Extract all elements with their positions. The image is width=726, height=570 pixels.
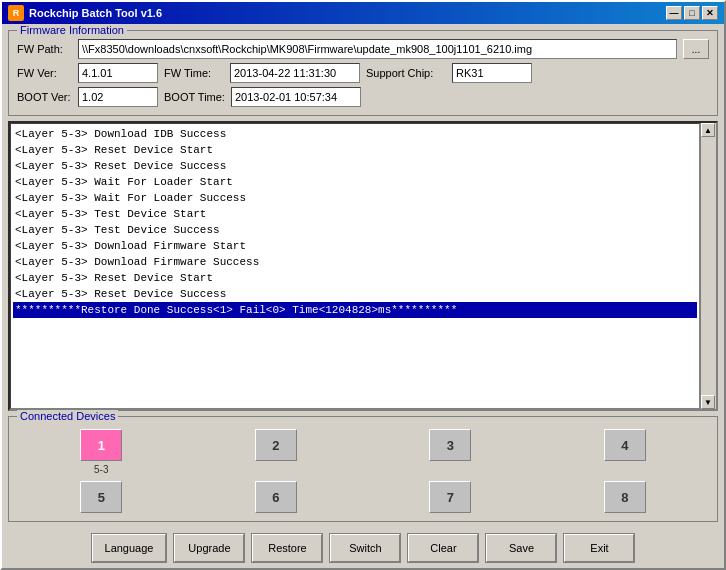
clear-button[interactable]: Clear — [408, 534, 478, 562]
boot-time-label: BOOT Time: — [164, 91, 225, 103]
log-area[interactable]: <Layer 5-3> Download IDB Success<Layer 5… — [10, 123, 700, 409]
device-button-6[interactable]: 6 — [255, 481, 297, 513]
bottom-bar: Language Upgrade Restore Switch Clear Sa… — [2, 528, 724, 568]
device-button-1[interactable]: 1 — [80, 429, 122, 461]
log-line: <Layer 5-3> Test Device Start — [13, 206, 697, 222]
fw-time-label: FW Time: — [164, 67, 224, 79]
device-cell-5: 5 — [17, 481, 186, 513]
fw-ver-input[interactable] — [78, 63, 158, 83]
fw-ver-label: FW Ver: — [17, 67, 72, 79]
minimize-button[interactable]: — — [666, 6, 682, 20]
device-button-5[interactable]: 5 — [80, 481, 122, 513]
close-button[interactable]: ✕ — [702, 6, 718, 20]
restore-button[interactable]: Restore — [252, 534, 322, 562]
connected-devices-group: Connected Devices 15-32345678 — [8, 416, 718, 522]
title-buttons: — □ ✕ — [666, 6, 718, 20]
device-button-8[interactable]: 8 — [604, 481, 646, 513]
log-line: <Layer 5-3> Test Device Success — [13, 222, 697, 238]
log-line: <Layer 5-3> Reset Device Start — [13, 142, 697, 158]
connected-devices-label: Connected Devices — [17, 410, 118, 422]
boot-time-input[interactable] — [231, 87, 361, 107]
boot-ver-input[interactable] — [78, 87, 158, 107]
fw-path-row: FW Path: ... — [17, 39, 709, 59]
firmware-grid: FW Path: ... FW Ver: FW Time: Support Ch… — [17, 39, 709, 107]
device-cell-7: 7 — [366, 481, 535, 513]
device-button-2[interactable]: 2 — [255, 429, 297, 461]
main-content: Firmware Information FW Path: ... FW Ver… — [2, 24, 724, 528]
support-chip-input[interactable] — [452, 63, 532, 83]
fw-details-row: FW Ver: FW Time: Support Chip: — [17, 63, 709, 83]
device-cell-4: 4 — [541, 429, 710, 475]
log-line: <Layer 5-3> Wait For Loader Start — [13, 174, 697, 190]
device-cell-1: 15-3 — [17, 429, 186, 475]
fw-path-input[interactable] — [78, 39, 677, 59]
scrollbar[interactable]: ▲ ▼ — [700, 123, 716, 409]
device-sublabel-1: 5-3 — [94, 464, 108, 475]
title-bar: R Rockchip Batch Tool v1.6 — □ ✕ — [2, 2, 724, 24]
log-line: <Layer 5-3> Wait For Loader Success — [13, 190, 697, 206]
title-bar-left: R Rockchip Batch Tool v1.6 — [8, 5, 162, 21]
switch-button[interactable]: Switch — [330, 534, 400, 562]
boot-details-row: BOOT Ver: BOOT Time: — [17, 87, 709, 107]
boot-ver-label: BOOT Ver: — [17, 91, 72, 103]
firmware-group-label: Firmware Information — [17, 24, 127, 36]
log-line: <Layer 5-3> Reset Device Success — [13, 286, 697, 302]
device-cell-2: 2 — [192, 429, 361, 475]
fw-path-label: FW Path: — [17, 43, 72, 55]
log-line: <Layer 5-3> Reset Device Success — [13, 158, 697, 174]
scroll-track — [701, 137, 716, 395]
maximize-button[interactable]: □ — [684, 6, 700, 20]
main-window: R Rockchip Batch Tool v1.6 — □ ✕ Firmwar… — [0, 0, 726, 570]
device-button-7[interactable]: 7 — [429, 481, 471, 513]
fw-time-input[interactable] — [230, 63, 360, 83]
log-line: <Layer 5-3> Download Firmware Success — [13, 254, 697, 270]
app-icon: R — [8, 5, 24, 21]
exit-button[interactable]: Exit — [564, 534, 634, 562]
device-cell-3: 3 — [366, 429, 535, 475]
log-line: <Layer 5-3> Download Firmware Start — [13, 238, 697, 254]
device-button-4[interactable]: 4 — [604, 429, 646, 461]
language-button[interactable]: Language — [92, 534, 167, 562]
support-chip-label: Support Chip: — [366, 67, 446, 79]
save-button[interactable]: Save — [486, 534, 556, 562]
log-line: <Layer 5-3> Reset Device Start — [13, 270, 697, 286]
scroll-down-button[interactable]: ▼ — [701, 395, 715, 409]
device-cell-6: 6 — [192, 481, 361, 513]
log-line: <Layer 5-3> Download IDB Success — [13, 126, 697, 142]
device-cell-8: 8 — [541, 481, 710, 513]
log-line-highlighted: **********Restore Done Success<1> Fail<0… — [13, 302, 697, 318]
upgrade-button[interactable]: Upgrade — [174, 534, 244, 562]
device-button-3[interactable]: 3 — [429, 429, 471, 461]
fw-browse-button[interactable]: ... — [683, 39, 709, 59]
scroll-up-button[interactable]: ▲ — [701, 123, 715, 137]
firmware-group: Firmware Information FW Path: ... FW Ver… — [8, 30, 718, 116]
window-title: Rockchip Batch Tool v1.6 — [29, 7, 162, 19]
devices-grid: 15-32345678 — [17, 429, 709, 513]
log-wrapper: <Layer 5-3> Download IDB Success<Layer 5… — [8, 121, 718, 411]
